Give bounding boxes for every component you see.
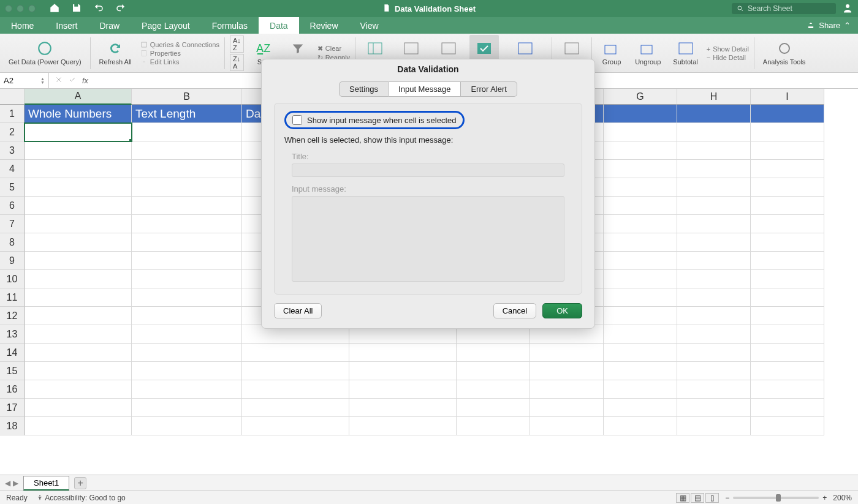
- ungroup-button[interactable]: Ungroup: [631, 35, 664, 71]
- get-data-button[interactable]: Get Data (Power Query): [5, 35, 85, 71]
- cell[interactable]: Whole Numbers: [25, 105, 132, 123]
- row-header[interactable]: 15: [0, 362, 25, 380]
- cell[interactable]: [530, 380, 604, 399]
- accessibility-status[interactable]: Accessibility: Good to go: [36, 494, 126, 502]
- collapse-ribbon-icon[interactable]: ⌃: [844, 21, 851, 30]
- cell[interactable]: [25, 325, 132, 344]
- sheet-nav-prev-icon[interactable]: ◀: [5, 479, 10, 487]
- minimize-window-icon[interactable]: [17, 5, 24, 12]
- row-header[interactable]: 6: [0, 197, 25, 215]
- search-input[interactable]: Search Sheet: [732, 3, 836, 14]
- zoom-level[interactable]: 200%: [833, 494, 852, 502]
- row-header[interactable]: 3: [0, 141, 25, 160]
- cell[interactable]: [457, 399, 530, 417]
- refresh-all-button[interactable]: Refresh All: [96, 35, 135, 71]
- row-header[interactable]: 14: [0, 344, 25, 362]
- row-header[interactable]: 8: [0, 233, 25, 252]
- cell[interactable]: [604, 399, 677, 417]
- cell[interactable]: [25, 252, 132, 270]
- cell[interactable]: [132, 141, 242, 160]
- cell[interactable]: [530, 417, 604, 435]
- cell[interactable]: [132, 344, 242, 362]
- cancel-button[interactable]: Cancel: [493, 303, 536, 318]
- cell[interactable]: [457, 380, 530, 399]
- hide-detail-button[interactable]: −Hide Detail: [707, 54, 749, 61]
- tab-insert[interactable]: Insert: [45, 17, 88, 34]
- view-normal-icon[interactable]: ▦: [676, 493, 689, 503]
- redo-icon[interactable]: [115, 2, 126, 15]
- row-header[interactable]: 1: [0, 105, 25, 123]
- cell[interactable]: [604, 197, 677, 215]
- cell[interactable]: [677, 270, 751, 288]
- cell[interactable]: [25, 233, 132, 252]
- cell[interactable]: [751, 344, 824, 362]
- tab-home[interactable]: Home: [0, 17, 45, 34]
- row-header[interactable]: 2: [0, 123, 25, 141]
- cell[interactable]: [604, 362, 677, 380]
- analysis-tools-button[interactable]: Analysis Tools: [759, 35, 810, 71]
- checkbox-input[interactable]: [292, 115, 302, 125]
- cell[interactable]: [604, 380, 677, 399]
- sheet-nav-next-icon[interactable]: ▶: [13, 479, 18, 487]
- share-button[interactable]: Share: [819, 21, 840, 30]
- cell[interactable]: [751, 325, 824, 344]
- cell[interactable]: [677, 123, 751, 141]
- cell[interactable]: [751, 197, 824, 215]
- dialog-tab-input-message[interactable]: Input Message: [389, 81, 461, 97]
- sheet-tab-sheet1[interactable]: Sheet1: [23, 476, 69, 491]
- cell[interactable]: [457, 362, 530, 380]
- cell[interactable]: [604, 160, 677, 178]
- home-icon[interactable]: [49, 2, 60, 15]
- cell[interactable]: [677, 215, 751, 233]
- cell[interactable]: [132, 325, 242, 344]
- clear-all-button[interactable]: Clear All: [274, 303, 322, 318]
- dialog-tab-settings[interactable]: Settings: [339, 81, 389, 97]
- cell[interactable]: [751, 362, 824, 380]
- save-icon[interactable]: [71, 2, 82, 15]
- cell[interactable]: [604, 178, 677, 197]
- cell[interactable]: [132, 307, 242, 325]
- clear-button[interactable]: ✖Clear: [317, 45, 350, 53]
- cell[interactable]: [604, 141, 677, 160]
- cell[interactable]: [604, 288, 677, 307]
- cell[interactable]: [132, 215, 242, 233]
- cell[interactable]: [132, 288, 242, 307]
- cell[interactable]: [242, 380, 349, 399]
- cell[interactable]: [677, 141, 751, 160]
- row-header[interactable]: 13: [0, 325, 25, 344]
- cell[interactable]: [677, 307, 751, 325]
- cell[interactable]: [751, 252, 824, 270]
- cell[interactable]: [751, 105, 824, 123]
- zoom-in-button[interactable]: +: [822, 494, 827, 502]
- cell[interactable]: [677, 344, 751, 362]
- cell[interactable]: [751, 233, 824, 252]
- cell[interactable]: [604, 252, 677, 270]
- user-icon[interactable]: [842, 2, 853, 15]
- cell[interactable]: [604, 417, 677, 435]
- row-header[interactable]: 4: [0, 160, 25, 178]
- row-header[interactable]: 11: [0, 288, 25, 307]
- cell[interactable]: [677, 380, 751, 399]
- cell[interactable]: [25, 344, 132, 362]
- row-header[interactable]: 7: [0, 215, 25, 233]
- col-header[interactable]: I: [751, 89, 824, 105]
- cell[interactable]: [242, 362, 349, 380]
- tab-formulas[interactable]: Formulas: [201, 17, 259, 34]
- subtotal-button[interactable]: Subtotal: [669, 35, 701, 71]
- undo-icon[interactable]: [93, 2, 104, 15]
- view-page-layout-icon[interactable]: ▤: [691, 493, 704, 503]
- name-box-dropdown-icon[interactable]: ▲▼: [40, 77, 45, 84]
- cell[interactable]: [25, 141, 132, 160]
- select-all-corner[interactable]: [0, 89, 25, 105]
- queries-connections-button[interactable]: Queries & Connections: [140, 41, 219, 48]
- cell[interactable]: [604, 215, 677, 233]
- cell[interactable]: [132, 233, 242, 252]
- view-page-break-icon[interactable]: ▯: [705, 493, 719, 503]
- cell[interactable]: [530, 399, 604, 417]
- cell[interactable]: [751, 288, 824, 307]
- cell[interactable]: [751, 123, 824, 141]
- cell[interactable]: [349, 399, 457, 417]
- cell[interactable]: [242, 417, 349, 435]
- cell[interactable]: [349, 362, 457, 380]
- edit-links-button[interactable]: Edit Links: [140, 58, 219, 66]
